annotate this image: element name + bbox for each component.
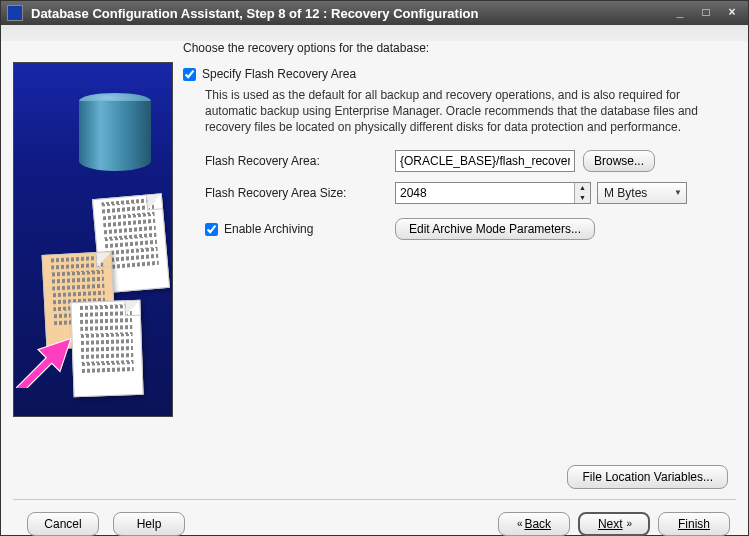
window-title: Database Configuration Assistant, Step 8… (31, 6, 664, 21)
instruction-text: Choose the recovery options for the data… (183, 41, 726, 55)
minimize-button[interactable]: _ (670, 6, 690, 20)
specify-flash-label: Specify Flash Recovery Area (202, 67, 356, 81)
fra-size-unit-value: M Bytes (604, 186, 647, 200)
maximize-button[interactable]: □ (696, 6, 716, 20)
fra-size-input[interactable] (396, 183, 574, 203)
chevron-left-icon: « (517, 518, 521, 529)
chevron-right-icon: » (627, 518, 631, 529)
app-icon (7, 5, 23, 21)
recovery-form: Choose the recovery options for the data… (173, 37, 736, 453)
content-area: Choose the recovery options for the data… (1, 25, 748, 465)
wizard-footer: Cancel Help « Back Next » Finish (1, 504, 748, 536)
file-location-row: File Location Variables... (1, 465, 748, 495)
cylinder-graphic (79, 93, 151, 178)
browse-button[interactable]: Browse... (583, 150, 655, 172)
edit-archive-params-button[interactable]: Edit Archive Mode Parameters... (395, 218, 595, 240)
dbca-window: Database Configuration Assistant, Step 8… (0, 0, 749, 536)
fra-size-row: Flash Recovery Area Size: ▲ ▼ M Bytes ▼ (205, 182, 726, 204)
fra-size-spinner[interactable]: ▲ ▼ (395, 182, 591, 204)
specify-flash-row: Specify Flash Recovery Area (183, 67, 726, 81)
specify-flash-description: This is used as the default for all back… (205, 87, 726, 136)
fra-size-unit-select[interactable]: M Bytes ▼ (597, 182, 687, 204)
svg-marker-0 (16, 339, 71, 389)
titlebar: Database Configuration Assistant, Step 8… (1, 1, 748, 25)
fra-path-row: Flash Recovery Area: Browse... (205, 150, 726, 172)
fra-path-label: Flash Recovery Area: (205, 154, 395, 168)
separator (13, 499, 736, 500)
back-label: Back (524, 517, 551, 531)
help-button[interactable]: Help (113, 512, 185, 536)
spinner-down[interactable]: ▼ (575, 193, 590, 203)
document-graphic (70, 300, 143, 397)
enable-archiving-checkbox[interactable] (205, 223, 218, 236)
specify-flash-checkbox[interactable] (183, 68, 196, 81)
archiving-row: Enable Archiving Edit Archive Mode Param… (205, 218, 726, 240)
fra-size-label: Flash Recovery Area Size: (205, 186, 395, 200)
cancel-button[interactable]: Cancel (27, 512, 99, 536)
finish-button[interactable]: Finish (658, 512, 730, 536)
finish-label: Finish (678, 517, 710, 531)
arrow-icon (16, 333, 71, 388)
wizard-illustration (13, 62, 173, 417)
chevron-down-icon: ▼ (674, 188, 682, 197)
next-label: Next (598, 517, 623, 531)
close-window-button[interactable]: × (722, 6, 742, 20)
file-location-variables-button[interactable]: File Location Variables... (567, 465, 728, 489)
fra-path-input[interactable] (395, 150, 575, 172)
back-button[interactable]: « Back (498, 512, 570, 536)
spinner-up[interactable]: ▲ (575, 183, 590, 193)
next-button[interactable]: Next » (578, 512, 650, 536)
enable-archiving-label: Enable Archiving (224, 222, 313, 236)
